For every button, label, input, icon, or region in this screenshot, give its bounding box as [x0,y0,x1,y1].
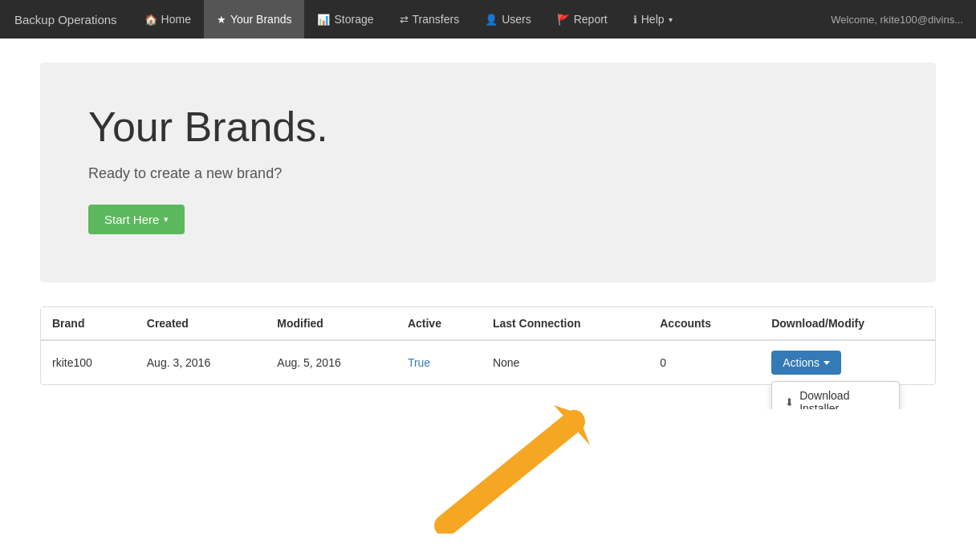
users-icon: 👤 [485,14,498,26]
cell-created: Aug. 3, 2016 [136,340,266,384]
hero-card: Your Brands. Ready to create a new brand… [40,63,936,282]
cell-modified: Aug. 5, 2016 [266,340,396,384]
cell-accounts: 0 [649,340,760,384]
actions-dropdown-wrapper: Actions ⬇ Download Installer ✏ [771,351,841,375]
storage-icon: 📊 [317,14,330,26]
actions-dropdown-menu: ⬇ Download Installer ✏ Modify Installer [771,381,900,409]
nav-item-transfers-label: Transfers [413,13,460,26]
download-installer-item[interactable]: ⬇ Download Installer [772,382,899,409]
col-active: Active [396,307,482,340]
navbar-brand: Backup Operations [0,0,132,39]
star-icon: ★ [217,14,226,26]
nav-welcome: Welcome, rkite100@divins... [818,0,976,39]
hero-subtitle: Ready to create a new brand? [88,165,888,182]
actions-button[interactable]: Actions [771,351,841,375]
brands-table: Brand Created Modified Active Last Conne… [41,307,935,384]
nav-items: 🏠 Home ★ Your Brands 📊 Storage ⇄ Transfe… [132,0,819,39]
col-modified: Modified [266,307,396,340]
nav-item-help[interactable]: ℹ Help ▾ [620,0,685,39]
nav-item-home-label: Home [161,13,191,26]
col-brand: Brand [41,307,136,340]
download-icon: ⬇ [785,396,794,408]
home-icon: 🏠 [144,14,157,26]
table-row: rkite100 Aug. 3, 2016 Aug. 5, 2016 True … [41,340,935,384]
hero-title: Your Brands. [88,103,888,151]
cell-actions: Actions ⬇ Download Installer ✏ [760,340,935,384]
actions-label: Actions [783,356,819,369]
nav-item-users[interactable]: 👤 Users [472,0,544,39]
report-icon: 🚩 [557,14,570,26]
nav-item-home[interactable]: 🏠 Home [132,0,204,39]
col-accounts: Accounts [649,307,760,340]
actions-caret [824,361,830,365]
col-last-connection: Last Connection [482,307,649,340]
nav-item-report[interactable]: 🚩 Report [544,0,620,39]
cell-active: True [396,340,482,384]
cell-last-connection: None [482,340,649,384]
navbar: Backup Operations 🏠 Home ★ Your Brands 📊… [0,0,976,39]
nav-item-storage[interactable]: 📊 Storage [304,0,386,39]
nav-item-your-brands[interactable]: ★ Your Brands [204,0,305,39]
nav-item-help-label: Help [641,13,665,26]
nav-item-storage-label: Storage [334,13,373,26]
nav-item-transfers[interactable]: ⇄ Transfers [387,0,473,39]
col-download-modify: Download/Modify [760,307,935,340]
start-here-button[interactable]: Start Here ▾ [88,205,185,234]
nav-item-report-label: Report [574,13,608,26]
start-here-caret: ▾ [164,214,169,225]
help-caret: ▾ [669,15,673,24]
nav-item-users-label: Users [502,13,531,26]
brands-table-wrapper: Brand Created Modified Active Last Conne… [40,306,936,385]
nav-item-your-brands-label: Your Brands [230,13,292,26]
table-header-row: Brand Created Modified Active Last Conne… [41,307,935,340]
start-here-label: Start Here [104,213,159,226]
col-created: Created [136,307,266,340]
help-icon: ℹ [633,14,637,26]
transfers-icon: ⇄ [400,14,409,26]
page-content: Your Brands. Ready to create a new brand… [0,39,976,409]
cell-brand: rkite100 [41,340,136,384]
download-installer-label: Download Installer [799,389,886,409]
